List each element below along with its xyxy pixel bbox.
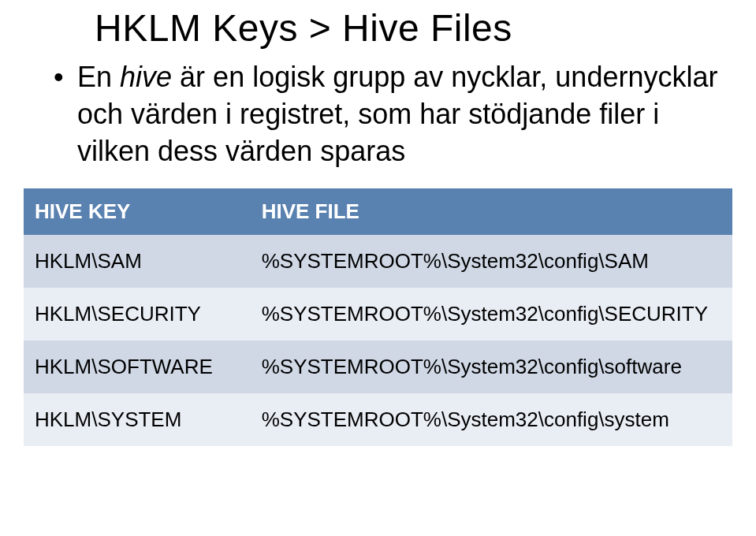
hive-table: HIVE KEY HIVE FILE HKLM\SAM %SYSTEMROOT%… (24, 188, 732, 446)
cell-key: HKLM\SAM (24, 235, 251, 288)
cell-file: %SYSTEMROOT%\System32\config\SAM (251, 235, 732, 288)
table-header-key: HIVE KEY (24, 188, 251, 235)
table-row: HKLM\SECURITY %SYSTEMROOT%\System32\conf… (24, 288, 732, 341)
cell-key: HKLM\SOFTWARE (24, 341, 251, 393)
page-title: HKLM Keys > Hive Files (95, 6, 732, 50)
cell-file: %SYSTEMROOT%\System32\config\system (251, 393, 732, 446)
cell-key: HKLM\SYSTEM (24, 393, 251, 446)
slide: HKLM Keys > Hive Files En hive är en log… (0, 0, 756, 446)
cell-file: %SYSTEMROOT%\System32\config\SECURITY (251, 288, 732, 341)
cell-file: %SYSTEMROOT%\System32\config\software (251, 341, 732, 393)
bullet-item: En hive är en logisk grupp av nycklar, u… (54, 59, 732, 169)
bullet-text-rest: är en logisk grupp av nycklar, undernyck… (77, 61, 717, 167)
table-row: HKLM\SOFTWARE %SYSTEMROOT%\System32\conf… (24, 341, 732, 393)
cell-key: HKLM\SECURITY (24, 288, 251, 341)
bullet-text-italic: hive (120, 61, 172, 93)
table-header-row: HIVE KEY HIVE FILE (24, 188, 732, 235)
bullet-text-prefix: En (77, 61, 120, 93)
table-row: HKLM\SAM %SYSTEMROOT%\System32\config\SA… (24, 235, 732, 288)
table-header-file: HIVE FILE (251, 188, 732, 235)
table-row: HKLM\SYSTEM %SYSTEMROOT%\System32\config… (24, 393, 732, 446)
bullet-list: En hive är en logisk grupp av nycklar, u… (24, 59, 732, 169)
